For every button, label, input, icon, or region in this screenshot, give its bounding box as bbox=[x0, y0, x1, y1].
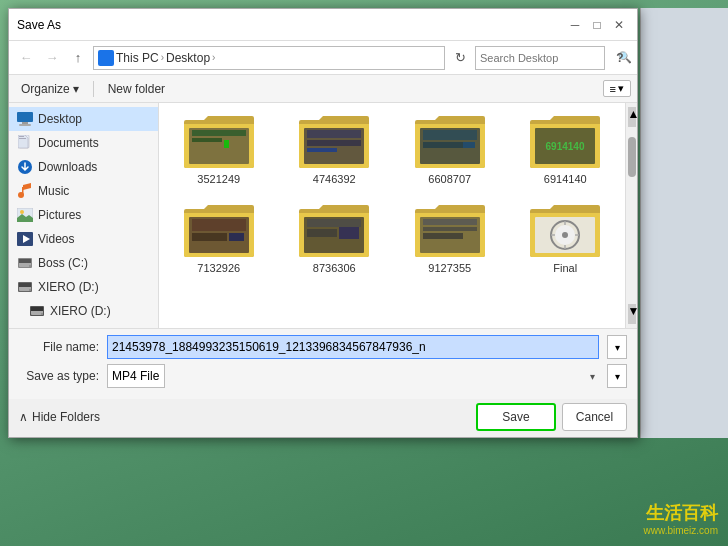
svg-rect-41 bbox=[192, 219, 246, 231]
svg-rect-31 bbox=[307, 130, 361, 138]
close-button[interactable]: ✕ bbox=[609, 15, 629, 35]
address-bar: ← → ↑ This PC › Desktop › ↻ 🔍 ? bbox=[9, 41, 637, 75]
sidebar-item-music[interactable]: Music bbox=[9, 179, 158, 203]
filetype-dropdown-arrow[interactable]: ▾ bbox=[607, 364, 627, 388]
drive-c-icon bbox=[17, 255, 33, 271]
watermark: 生活百科 www.bimeiz.com bbox=[644, 501, 718, 536]
svg-point-11 bbox=[20, 210, 24, 214]
scroll-down[interactable]: ▼ bbox=[628, 304, 636, 324]
forward-button[interactable]: → bbox=[41, 47, 63, 69]
svg-rect-47 bbox=[339, 227, 359, 239]
file-name-6914140: 6914140 bbox=[544, 173, 587, 185]
back-button[interactable]: ← bbox=[15, 47, 37, 69]
save-button[interactable]: Save bbox=[476, 403, 556, 431]
save-as-dialog: Save As ─ □ ✕ ← → ↑ This PC › Desktop › … bbox=[8, 8, 638, 438]
sidebar-item-videos[interactable]: Videos bbox=[9, 227, 158, 251]
svg-point-25 bbox=[41, 313, 43, 315]
filename-row: File name: ▾ bbox=[19, 335, 627, 359]
svg-rect-0 bbox=[17, 112, 33, 122]
path-icon bbox=[98, 50, 114, 66]
svg-rect-43 bbox=[229, 233, 244, 241]
videos-icon bbox=[17, 231, 33, 247]
sidebar-item-documents[interactable]: Documents bbox=[9, 131, 158, 155]
sidebar-label-pictures: Pictures bbox=[38, 208, 81, 222]
svg-rect-35 bbox=[423, 130, 477, 140]
cancel-button[interactable]: Cancel bbox=[562, 403, 627, 431]
view-button[interactable]: ≡ ▾ bbox=[603, 80, 631, 97]
sidebar-item-desktop[interactable]: Desktop bbox=[9, 107, 158, 131]
svg-rect-50 bbox=[423, 227, 477, 231]
file-item-9127355[interactable]: 9127355 bbox=[396, 198, 504, 279]
file-item-4746392[interactable]: 4746392 bbox=[281, 109, 389, 190]
sidebar-item-bossc[interactable]: Boss (C:) bbox=[9, 251, 158, 275]
address-path[interactable]: This PC › Desktop › bbox=[93, 46, 445, 70]
search-box[interactable]: 🔍 bbox=[475, 46, 605, 70]
svg-rect-36 bbox=[423, 142, 463, 148]
scroll-thumb[interactable] bbox=[628, 137, 636, 177]
svg-rect-9 bbox=[22, 187, 24, 195]
svg-rect-27 bbox=[192, 130, 246, 136]
file-item-6608707[interactable]: 6608707 bbox=[396, 109, 504, 190]
scrollbar[interactable]: ▲ ▼ bbox=[625, 103, 637, 328]
folder-icon-final bbox=[530, 203, 600, 259]
refresh-button[interactable]: ↻ bbox=[449, 47, 471, 69]
filename-dropdown-arrow[interactable]: ▾ bbox=[607, 335, 627, 359]
scroll-track bbox=[628, 127, 636, 304]
desktop-icon bbox=[17, 111, 33, 127]
sidebar-label-desktop: Desktop bbox=[38, 112, 82, 126]
svg-rect-33 bbox=[307, 148, 337, 152]
sidebar-label-videos: Videos bbox=[38, 232, 74, 246]
sidebar-item-downloads[interactable]: Downloads bbox=[9, 155, 158, 179]
drive-d2-icon bbox=[29, 303, 45, 319]
sidebar-item-xierod1[interactable]: XIERO (D:) bbox=[9, 275, 158, 299]
svg-rect-5 bbox=[19, 136, 24, 137]
file-name-final: Final bbox=[553, 262, 577, 274]
svg-rect-37 bbox=[463, 142, 475, 148]
svg-rect-49 bbox=[423, 219, 477, 225]
new-folder-button[interactable]: New folder bbox=[102, 80, 171, 98]
watermark-cn: 生活百科 bbox=[644, 501, 718, 525]
file-name-6608707: 6608707 bbox=[428, 173, 471, 185]
filetype-wrapper: MP4 File bbox=[107, 364, 599, 388]
svg-text:6914140: 6914140 bbox=[546, 141, 585, 152]
sidebar-label-xierod1: XIERO (D:) bbox=[38, 280, 99, 294]
new-folder-label: New folder bbox=[108, 82, 165, 96]
sidebar-item-pictures[interactable]: Pictures bbox=[9, 203, 158, 227]
pictures-icon bbox=[17, 207, 33, 223]
search-input[interactable] bbox=[480, 52, 618, 64]
help-button[interactable]: ? bbox=[609, 47, 631, 69]
filetype-select[interactable]: MP4 File bbox=[107, 364, 165, 388]
maximize-button[interactable]: □ bbox=[587, 15, 607, 35]
svg-rect-1 bbox=[22, 122, 28, 124]
main-content: Desktop Documents Downloads Music bbox=[9, 103, 637, 328]
minimize-button[interactable]: ─ bbox=[565, 15, 585, 35]
scroll-up[interactable]: ▲ bbox=[628, 107, 636, 127]
file-item-7132926[interactable]: 7132926 bbox=[165, 198, 273, 279]
folder-icon-3521249 bbox=[184, 114, 254, 170]
filename-input[interactable] bbox=[107, 335, 599, 359]
svg-rect-29 bbox=[224, 140, 229, 148]
title-bar-left: Save As bbox=[17, 18, 61, 32]
folder-icon-9127355 bbox=[415, 203, 485, 259]
drive-d-icon bbox=[17, 279, 33, 295]
file-area: 3521249 4746392 bbox=[159, 103, 625, 328]
sidebar-label-documents: Documents bbox=[38, 136, 99, 150]
sidebar-label-bossc: Boss (C:) bbox=[38, 256, 88, 270]
file-item-8736306[interactable]: 8736306 bbox=[281, 198, 389, 279]
hide-folders-button[interactable]: ∧ Hide Folders bbox=[19, 410, 100, 424]
filetype-row: Save as type: MP4 File ▾ bbox=[19, 364, 627, 388]
up-button[interactable]: ↑ bbox=[67, 47, 89, 69]
file-name-9127355: 9127355 bbox=[428, 262, 471, 274]
view-icon: ≡ bbox=[610, 83, 616, 95]
file-item-3521249[interactable]: 3521249 bbox=[165, 109, 273, 190]
toolbar-separator bbox=[93, 81, 94, 97]
svg-rect-20 bbox=[19, 283, 31, 287]
hide-chevron: ∧ bbox=[19, 410, 28, 424]
organize-label: Organize bbox=[21, 82, 70, 96]
sidebar-item-xierod2[interactable]: XIERO (D:) bbox=[9, 299, 158, 323]
file-item-6914140[interactable]: 6914140 6914140 bbox=[512, 109, 620, 190]
organize-button[interactable]: Organize ▾ bbox=[15, 80, 85, 98]
view-chevron: ▾ bbox=[618, 82, 624, 95]
file-item-final[interactable]: Final bbox=[512, 198, 620, 279]
watermark-url: www.bimeiz.com bbox=[644, 525, 718, 536]
